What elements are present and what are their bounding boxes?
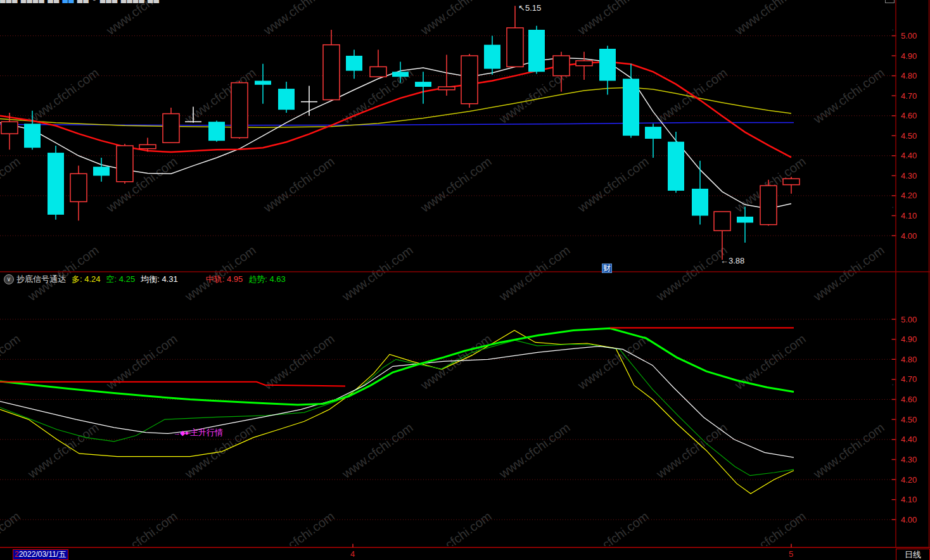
- month-2-label: 2: [15, 550, 19, 559]
- period-selector[interactable]: 日线: [896, 549, 930, 560]
- low-price-annotation: ←3.88: [720, 256, 744, 265]
- indicator-value-zhonggui: 中轨: 4.95: [206, 274, 243, 285]
- svg-text:4.00: 4.00: [901, 231, 917, 241]
- svg-text:4.60: 4.60: [901, 395, 917, 404]
- svg-text:4.60: 4.60: [901, 111, 917, 120]
- svg-text:4.90: 4.90: [901, 334, 917, 344]
- indicator-header: ∨ 抄底信号通达 多: 4.24 空: 4.25 均衡: 4.31 中轨: 4.…: [0, 274, 286, 285]
- high-price-annotation: ↖5.15: [518, 3, 541, 13]
- finance-report-badge[interactable]: 财: [602, 264, 612, 273]
- arrow-left-icon: ←: [720, 256, 729, 265]
- svg-text:4.10: 4.10: [901, 211, 917, 220]
- svg-text:4.90: 4.90: [901, 51, 917, 61]
- month-5-tick-label: 5: [789, 549, 793, 559]
- svg-text:4.50: 4.50: [901, 415, 917, 424]
- indicator-value-junheng: 均衡: 4.31: [141, 274, 178, 285]
- svg-text:4.20: 4.20: [901, 191, 917, 200]
- date-label: 22022/03/11/五: [13, 549, 68, 560]
- svg-text:4.10: 4.10: [901, 495, 917, 504]
- svg-text:4.40: 4.40: [901, 151, 917, 160]
- signal-dots-icon: →◆●▫: [174, 429, 190, 436]
- svg-text:4.40: 4.40: [901, 435, 917, 444]
- svg-text:4.30: 4.30: [901, 171, 917, 181]
- month-4-tick-label: 4: [350, 549, 355, 559]
- svg-text:4.20: 4.20: [901, 475, 917, 485]
- stock-chart-window: www.cfchi.comwww.cfchi.comwww.cfchi.comw…: [0, 0, 930, 560]
- svg-text:4.50: 4.50: [901, 131, 917, 141]
- clipped-header-strip: ███ ████ ██ ██ ██ ● ███ ████ ██: [0, 0, 893, 3]
- indicator-title: 抄底信号通达: [16, 274, 66, 285]
- indicator-value-duo: 多: 4.24: [72, 274, 101, 285]
- timeline-bar: 22022/03/11/五 4 5 日线: [0, 547, 930, 560]
- indicator-value-kong: 空: 4.25: [106, 274, 136, 285]
- indicator-value-qushi: 趋势: 4.63: [248, 274, 286, 285]
- svg-text:4.70: 4.70: [901, 91, 917, 101]
- svg-text:4.30: 4.30: [901, 455, 917, 464]
- bull-market-annotation: →◆●▫主升行情: [174, 427, 223, 438]
- svg-text:4.00: 4.00: [901, 515, 917, 525]
- collapse-chevron-icon[interactable]: ∨: [4, 274, 14, 284]
- svg-text:4.80: 4.80: [901, 71, 917, 80]
- svg-text:5.00: 5.00: [901, 31, 917, 41]
- clipped-header-text: ███ ████ ██ ██ ██ ● ███ ████ ██: [0, 0, 893, 3]
- svg-text:4.80: 4.80: [901, 355, 917, 364]
- svg-text:4.70: 4.70: [901, 374, 917, 384]
- svg-text:5.00: 5.00: [901, 315, 917, 324]
- partial-widget: [885, 0, 895, 3]
- arrow-up-left-icon: ↖: [518, 3, 525, 13]
